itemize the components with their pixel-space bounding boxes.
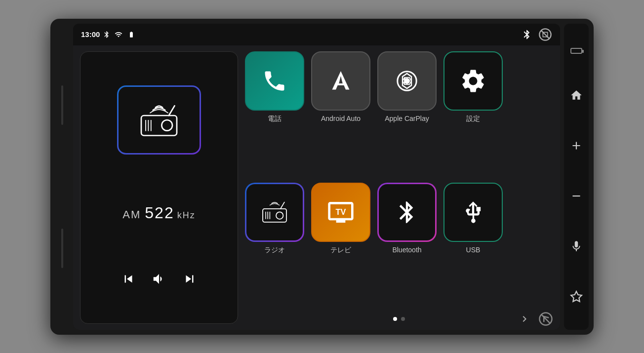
bluetooth-status-icon [103,31,111,39]
right-sidebar [564,24,589,330]
app-row-2: ラジオ TV テレビ [245,183,553,255]
svg-text:TV: TV [336,207,346,216]
radio-panel: AM522kHz [80,51,238,324]
app-grid-panel: 電話 Android Auto [245,51,553,324]
app-item-bluetooth[interactable]: Bluetooth [377,183,437,255]
home-button[interactable] [567,86,585,104]
bluetooth-header-icon [522,29,532,40]
star-button[interactable] [567,288,585,306]
tv-icon-box: TV [311,183,370,242]
bluetooth-label: Bluetooth [392,246,421,254]
svg-line-7 [169,106,175,116]
svg-line-22 [541,314,550,323]
status-left: 13:00 [81,30,136,39]
android-label: Android Auto [321,115,361,122]
page-dot-2[interactable] [401,317,405,321]
radio-icon [137,100,181,140]
car-display: 13:00 [50,19,594,335]
svg-line-1 [541,30,549,38]
svg-rect-2 [141,116,177,136]
settings-icon-box [443,51,503,111]
phone-label: 電話 [268,115,282,123]
svg-text:▶: ▶ [404,76,411,85]
radio-app-label: ラジオ [264,246,285,255]
page-dot-1[interactable] [393,317,397,321]
apple-label: Apple CarPlay [385,115,429,122]
main-screen: 13:00 [73,24,560,330]
apple-icon-box: ▶ [377,51,437,111]
app-item-settings[interactable]: 設定 [443,51,503,123]
usb-label: USB [466,246,481,254]
prev-track-button[interactable] [121,272,136,290]
app-item-phone[interactable]: 電話 [245,51,304,123]
bottom-right-icons [519,312,553,326]
left-bar-line-top [61,85,63,125]
svg-point-6 [161,120,172,131]
svg-point-18 [276,212,283,219]
svg-line-19 [281,202,284,208]
next-track-button[interactable] [182,272,197,290]
tv-label: テレビ [330,246,351,255]
radio-icon-box[interactable] [117,85,201,155]
left-bar-line-bottom [61,229,63,268]
bluetooth-icon-box [377,183,437,242]
radio-controls [121,272,197,290]
app-item-tv[interactable]: TV テレビ [311,183,370,255]
battery-icon [126,31,136,38]
usb-icon-box [443,183,503,242]
status-bar: 13:00 [73,24,560,45]
battery-small-icon [570,48,582,54]
status-right [522,28,552,41]
radio-app-icon-box [245,183,304,242]
app-item-apple[interactable]: ▶ Apple CarPlay [377,51,437,123]
volume-button[interactable] [152,272,166,290]
app-row-1: 電話 Android Auto [245,51,553,123]
phone-icon-box [245,51,304,111]
next-page-arrow[interactable] [519,313,530,325]
radio-frequency: AM522kHz [122,204,195,222]
pagination-bar [245,314,553,324]
app-item-usb[interactable]: USB [443,183,503,255]
time-display: 13:00 [81,30,100,39]
app-item-radio[interactable]: ラジオ [245,183,304,255]
signal-icon [114,31,123,39]
screen-content: AM522kHz [73,45,560,330]
mic-button[interactable] [567,237,585,255]
no-photo-icon [538,28,552,41]
no-music-icon [538,312,553,326]
app-item-android[interactable]: Android Auto [311,51,370,123]
settings-label: 設定 [466,115,480,123]
left-bar [55,24,69,330]
minus-button[interactable] [567,187,585,205]
android-icon-box [311,51,370,111]
plus-button[interactable] [567,137,585,155]
